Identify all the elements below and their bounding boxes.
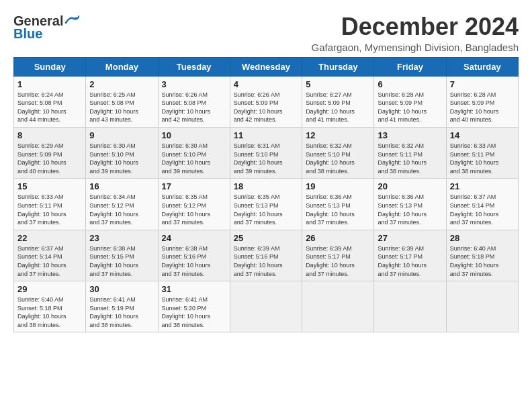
calendar-cell: 20Sunrise: 6:36 AM Sunset: 5:13 PM Dayli… [374,179,446,230]
calendar-cell: 4Sunrise: 6:26 AM Sunset: 5:09 PM Daylig… [230,76,302,127]
day-info: Sunrise: 6:33 AM Sunset: 5:11 PM Dayligh… [450,142,515,175]
title-section: December 2024 Gafargaon, Mymensingh Divi… [311,13,519,53]
calendar-cell: 21Sunrise: 6:37 AM Sunset: 5:14 PM Dayli… [446,179,518,230]
day-info: Sunrise: 6:35 AM Sunset: 5:12 PM Dayligh… [162,193,226,226]
calendar-cell: 18Sunrise: 6:35 AM Sunset: 5:13 PM Dayli… [230,179,302,230]
calendar-cell: 6Sunrise: 6:28 AM Sunset: 5:09 PM Daylig… [374,76,446,127]
day-info: Sunrise: 6:32 AM Sunset: 5:10 PM Dayligh… [306,142,370,175]
calendar-cell: 31Sunrise: 6:41 AM Sunset: 5:20 PM Dayli… [158,281,230,332]
day-number: 18 [234,181,298,191]
calendar-cell: 29Sunrise: 6:40 AM Sunset: 5:18 PM Dayli… [14,281,86,332]
calendar-cell [230,281,302,332]
calendar-cell: 2Sunrise: 6:25 AM Sunset: 5:08 PM Daylig… [86,76,158,127]
day-info: Sunrise: 6:39 AM Sunset: 5:17 PM Dayligh… [378,244,442,278]
calendar-cell: 16Sunrise: 6:34 AM Sunset: 5:12 PM Dayli… [86,179,158,230]
day-info: Sunrise: 6:41 AM Sunset: 5:20 PM Dayligh… [162,295,226,329]
day-info: Sunrise: 6:37 AM Sunset: 5:14 PM Dayligh… [17,244,82,278]
day-number: 29 [17,284,82,294]
calendar-cell: 22Sunrise: 6:37 AM Sunset: 5:14 PM Dayli… [14,230,86,281]
calendar-cell: 24Sunrise: 6:38 AM Sunset: 5:16 PM Dayli… [158,230,230,281]
calendar-week-4: 22Sunrise: 6:37 AM Sunset: 5:14 PM Dayli… [14,230,519,281]
calendar-cell: 15Sunrise: 6:33 AM Sunset: 5:11 PM Dayli… [14,179,86,230]
day-number: 16 [89,181,154,191]
calendar-cell: 13Sunrise: 6:32 AM Sunset: 5:11 PM Dayli… [374,127,446,178]
day-number: 31 [162,284,226,294]
day-number: 14 [450,130,515,140]
day-info: Sunrise: 6:31 AM Sunset: 5:10 PM Dayligh… [234,142,298,175]
weekday-header-tuesday: Tuesday [158,57,230,76]
weekday-header-saturday: Saturday [446,57,518,76]
calendar-week-5: 29Sunrise: 6:40 AM Sunset: 5:18 PM Dayli… [14,281,519,332]
day-number: 21 [450,181,515,191]
main-title: December 2024 [311,13,519,40]
calendar-cell: 17Sunrise: 6:35 AM Sunset: 5:12 PM Dayli… [158,179,230,230]
calendar-cell [302,281,374,332]
calendar-cell: 1Sunrise: 6:24 AM Sunset: 5:08 PM Daylig… [14,76,86,127]
day-number: 5 [306,79,370,89]
day-info: Sunrise: 6:39 AM Sunset: 5:17 PM Dayligh… [306,244,370,278]
day-number: 9 [89,130,154,140]
day-number: 19 [306,181,370,191]
weekday-header-monday: Monday [86,57,158,76]
day-info: Sunrise: 6:38 AM Sunset: 5:15 PM Dayligh… [89,244,154,278]
day-number: 8 [17,130,82,140]
day-info: Sunrise: 6:30 AM Sunset: 5:10 PM Dayligh… [162,142,226,175]
day-info: Sunrise: 6:40 AM Sunset: 5:18 PM Dayligh… [450,244,515,278]
day-number: 30 [89,284,154,294]
weekday-header-thursday: Thursday [302,57,374,76]
weekday-header-row: SundayMondayTuesdayWednesdayThursdayFrid… [14,57,519,76]
calendar-cell: 14Sunrise: 6:33 AM Sunset: 5:11 PM Dayli… [446,127,518,178]
weekday-header-sunday: Sunday [14,57,86,76]
calendar-week-1: 1Sunrise: 6:24 AM Sunset: 5:08 PM Daylig… [14,76,519,127]
day-number: 12 [306,130,370,140]
calendar-cell: 9Sunrise: 6:30 AM Sunset: 5:10 PM Daylig… [86,127,158,178]
day-number: 3 [162,79,226,89]
day-number: 27 [378,233,442,243]
day-number: 26 [306,233,370,243]
calendar-cell: 19Sunrise: 6:36 AM Sunset: 5:13 PM Dayli… [302,179,374,230]
day-info: Sunrise: 6:26 AM Sunset: 5:09 PM Dayligh… [234,91,298,124]
day-info: Sunrise: 6:40 AM Sunset: 5:18 PM Dayligh… [17,295,82,329]
calendar-cell [446,281,518,332]
day-number: 15 [17,181,82,191]
day-info: Sunrise: 6:29 AM Sunset: 5:09 PM Dayligh… [17,142,82,175]
day-info: Sunrise: 6:30 AM Sunset: 5:10 PM Dayligh… [89,142,154,175]
day-info: Sunrise: 6:35 AM Sunset: 5:13 PM Dayligh… [234,193,298,226]
day-info: Sunrise: 6:34 AM Sunset: 5:12 PM Dayligh… [89,193,154,226]
calendar-cell [374,281,446,332]
day-number: 1 [17,79,82,89]
day-info: Sunrise: 6:28 AM Sunset: 5:09 PM Dayligh… [378,91,442,124]
day-number: 24 [162,233,226,243]
day-info: Sunrise: 6:36 AM Sunset: 5:13 PM Dayligh… [378,193,442,226]
calendar-cell: 3Sunrise: 6:26 AM Sunset: 5:08 PM Daylig… [158,76,230,127]
weekday-header-friday: Friday [374,57,446,76]
calendar-week-2: 8Sunrise: 6:29 AM Sunset: 5:09 PM Daylig… [14,127,519,178]
calendar-cell: 7Sunrise: 6:28 AM Sunset: 5:09 PM Daylig… [446,76,518,127]
day-number: 6 [378,79,442,89]
logo-bird-icon [64,15,79,24]
weekday-header-wednesday: Wednesday [230,57,302,76]
day-number: 13 [378,130,442,140]
day-number: 22 [17,233,82,243]
day-number: 25 [234,233,298,243]
page-header: General Blue December 2024 Gafargaon, My… [13,13,519,53]
day-number: 2 [89,79,154,89]
day-info: Sunrise: 6:32 AM Sunset: 5:11 PM Dayligh… [378,142,442,175]
subtitle: Gafargaon, Mymensingh Division, Banglade… [311,42,519,53]
calendar-cell: 5Sunrise: 6:27 AM Sunset: 5:09 PM Daylig… [302,76,374,127]
day-number: 28 [450,233,515,243]
day-info: Sunrise: 6:24 AM Sunset: 5:08 PM Dayligh… [17,91,82,124]
day-info: Sunrise: 6:28 AM Sunset: 5:09 PM Dayligh… [450,91,515,124]
day-number: 10 [162,130,226,140]
day-info: Sunrise: 6:27 AM Sunset: 5:09 PM Dayligh… [306,91,370,124]
calendar-cell: 11Sunrise: 6:31 AM Sunset: 5:10 PM Dayli… [230,127,302,178]
calendar-table: SundayMondayTuesdayWednesdayThursdayFrid… [13,57,519,333]
day-number: 20 [378,181,442,191]
day-info: Sunrise: 6:38 AM Sunset: 5:16 PM Dayligh… [162,244,226,278]
day-info: Sunrise: 6:39 AM Sunset: 5:16 PM Dayligh… [234,244,298,278]
logo-blue: Blue [13,26,42,42]
day-number: 23 [89,233,154,243]
logo: General Blue [13,13,79,42]
day-info: Sunrise: 6:37 AM Sunset: 5:14 PM Dayligh… [450,193,515,226]
calendar-cell: 23Sunrise: 6:38 AM Sunset: 5:15 PM Dayli… [86,230,158,281]
